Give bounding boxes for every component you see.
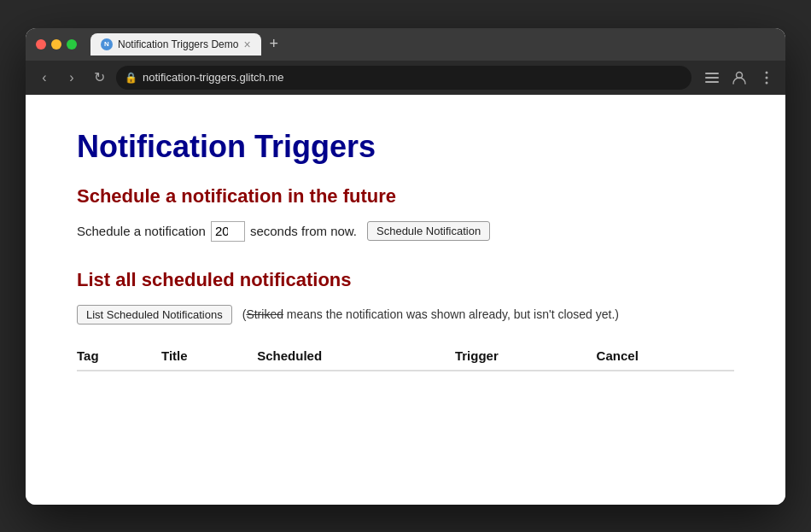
svg-rect-2 (705, 81, 719, 83)
maximize-button[interactable] (67, 39, 77, 50)
address-input[interactable]: 🔒 notification-triggers.glitch.me (116, 66, 691, 90)
tab-title: Notification Triggers Demo (118, 38, 238, 50)
page-content: Notification Triggers Schedule a notific… (26, 95, 785, 505)
page-title: Notification Triggers (77, 129, 734, 165)
forward-button[interactable]: › (61, 67, 82, 88)
notifications-table: Tag Title Scheduled Trigger Cancel (77, 342, 734, 371)
schedule-notification-button[interactable]: Schedule Notification (367, 221, 490, 241)
svg-point-4 (766, 71, 768, 73)
menu-icon[interactable] (756, 67, 777, 88)
reload-button[interactable]: ↻ (89, 67, 109, 88)
back-button[interactable]: ‹ (34, 67, 55, 88)
schedule-row: Schedule a notification seconds from now… (77, 221, 734, 242)
toolbar-icons (702, 67, 777, 88)
note-suffix: means the notification was shown already… (283, 307, 619, 321)
striked-text: Striked (246, 307, 283, 321)
active-tab[interactable]: N Notification Triggers Demo × (90, 33, 261, 56)
section1-heading: Schedule a notification in the future (77, 185, 734, 208)
section2-heading: List all scheduled notifications (77, 269, 734, 291)
table-header: Tag Title Scheduled Trigger Cancel (77, 342, 734, 371)
browser-window: N Notification Triggers Demo × + ‹ › ↻ 🔒… (26, 28, 785, 505)
list-row: List Scheduled Notifications (Striked me… (77, 305, 734, 324)
col-trigger: Trigger (455, 342, 597, 371)
svg-rect-1 (705, 77, 719, 79)
schedule-label-after: seconds from now. (250, 224, 357, 238)
list-icon[interactable] (702, 67, 722, 88)
title-bar: N Notification Triggers Demo × + (26, 28, 785, 61)
list-scheduled-notifications-button[interactable]: List Scheduled Notifications (77, 305, 232, 324)
tab-close-icon[interactable]: × (243, 38, 250, 50)
col-cancel: Cancel (597, 342, 734, 371)
svg-point-5 (766, 76, 768, 79)
lock-icon: 🔒 (125, 72, 137, 84)
col-tag: Tag (77, 342, 161, 371)
schedule-label-before: Schedule a notification (77, 224, 206, 238)
seconds-input[interactable] (211, 221, 245, 242)
tab-favicon: N (101, 38, 113, 50)
striked-note: (Striked means the notification was show… (242, 307, 619, 321)
col-scheduled: Scheduled (257, 342, 455, 371)
tab-bar: N Notification Triggers Demo × + (90, 33, 775, 56)
svg-rect-0 (705, 73, 719, 74)
new-tab-button[interactable]: + (265, 35, 284, 53)
svg-point-6 (766, 81, 768, 84)
traffic-lights (36, 39, 77, 50)
user-icon[interactable] (729, 67, 750, 88)
minimize-button[interactable] (51, 39, 61, 50)
col-title: Title (161, 342, 257, 371)
close-button[interactable] (36, 39, 46, 50)
table-header-row: Tag Title Scheduled Trigger Cancel (77, 342, 734, 371)
address-bar: ‹ › ↻ 🔒 notification-triggers.glitch.me (26, 61, 785, 95)
url-text: notification-triggers.glitch.me (143, 71, 283, 84)
